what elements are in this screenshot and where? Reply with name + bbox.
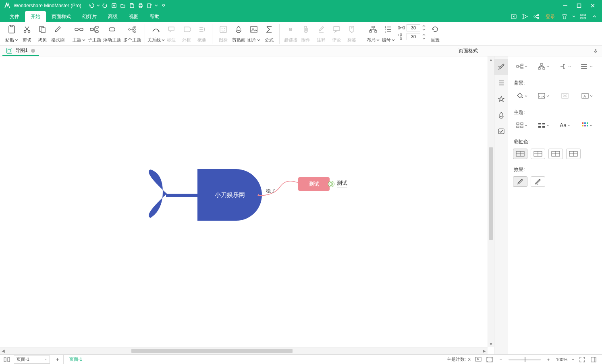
print-button[interactable] — [136, 1, 145, 10]
sidestrip-icons[interactable] — [494, 91, 508, 107]
send-icon[interactable] — [521, 13, 529, 20]
sidestrip-format[interactable] — [494, 59, 508, 75]
shirt-icon[interactable] — [561, 13, 568, 20]
numbering-button[interactable]: 123 编号 — [381, 23, 396, 42]
export-dropdown-icon[interactable] — [154, 4, 159, 7]
comment-button[interactable]: 评论 — [329, 23, 344, 42]
cut-button[interactable]: 剪切 — [19, 23, 35, 42]
collapse-ribbon-icon[interactable] — [591, 13, 598, 20]
vspacing-input[interactable]: 30 — [407, 33, 420, 40]
sidestrip-clipart[interactable] — [494, 107, 508, 123]
summary-button[interactable]: 概要 — [194, 23, 210, 42]
note-button[interactable]: 注释 — [313, 23, 329, 42]
callout-button[interactable]: 标注 — [164, 23, 179, 42]
panel-toggle-icon[interactable] — [590, 357, 597, 362]
formatpainter-button[interactable]: 格式刷 — [50, 23, 65, 42]
menu-slideshow[interactable]: 幻灯片 — [77, 11, 102, 22]
attachment-button[interactable]: 附件 — [298, 23, 313, 42]
horizontal-scrollbar[interactable]: ◀ ▶ — [0, 347, 488, 354]
redo-button[interactable] — [101, 1, 110, 10]
rainbow-swatch-1[interactable] — [513, 149, 527, 159]
mindmap-node-2[interactable]: 测试 — [298, 177, 330, 191]
scroll-left-icon[interactable]: ◀ — [0, 347, 6, 354]
menu-help[interactable]: 帮助 — [144, 11, 165, 22]
spin-arrows-icon[interactable] — [422, 33, 426, 40]
vscroll-thumb[interactable] — [489, 147, 493, 240]
fit-icon[interactable] — [486, 357, 493, 362]
copy-button[interactable]: 拷贝 — [35, 23, 50, 42]
formula-button[interactable]: 公式 — [262, 23, 277, 42]
panel-layout-2[interactable] — [535, 60, 552, 72]
reset-button[interactable]: 重置 — [428, 23, 443, 42]
add-page-button[interactable]: + — [52, 355, 64, 364]
panel-topic-style[interactable] — [513, 119, 530, 131]
boundary-button[interactable]: 外框 — [179, 23, 194, 42]
document-tab[interactable]: 导图1 — [2, 46, 39, 56]
cloud-icon[interactable] — [510, 13, 517, 20]
sidestrip-outline[interactable] — [494, 75, 508, 91]
close-tab-icon[interactable] — [31, 49, 35, 53]
rainbow-swatch-2[interactable] — [531, 149, 545, 159]
clipart-button[interactable]: 剪贴画 — [231, 23, 246, 42]
panel-bg-image[interactable] — [535, 90, 552, 102]
panel-topic-color[interactable] — [578, 119, 595, 131]
close-button[interactable] — [586, 0, 600, 11]
layout-button[interactable]: 布局 — [365, 23, 381, 42]
page-selector[interactable]: 页面-1 — [14, 356, 50, 364]
hyperlink-button[interactable]: 超链接 — [283, 23, 298, 42]
rainbow-swatch-3[interactable] — [548, 149, 563, 159]
picture-button[interactable]: 图片 — [246, 23, 262, 42]
panel-bg-watermark[interactable]: A — [578, 90, 595, 102]
zoom-in-icon[interactable]: + — [545, 357, 552, 362]
vscroll-track[interactable] — [488, 63, 494, 341]
fullscreen-icon[interactable] — [579, 357, 586, 362]
icon-button[interactable]: 图标 — [216, 23, 231, 42]
floattopic-button[interactable]: 浮动主题 — [102, 23, 122, 42]
mindmap-node-3[interactable]: 测试 — [337, 180, 347, 188]
save-button[interactable] — [127, 1, 136, 10]
canvas[interactable]: 小刀娱乐网 稳了 测试 测试 ▲ ▼ ◀ ▶ — [0, 56, 494, 354]
scroll-down-icon[interactable]: ▼ — [488, 341, 494, 347]
apps-icon[interactable] — [579, 13, 587, 20]
effect-swatch-2[interactable] — [531, 176, 545, 187]
maximize-button[interactable] — [572, 0, 586, 11]
panel-bg-remove[interactable] — [556, 90, 573, 102]
rainbow-swatch-4[interactable] — [566, 149, 581, 159]
tag-button[interactable]: 标签 — [344, 23, 359, 42]
menu-pagestyle[interactable]: 页面样式 — [46, 11, 77, 22]
hscroll-thumb[interactable] — [131, 349, 293, 353]
spin-arrows-icon[interactable] — [422, 24, 426, 31]
zoom-out-icon[interactable]: − — [497, 357, 504, 362]
export-button[interactable] — [145, 1, 154, 10]
qat-customize-icon[interactable] — [161, 4, 166, 7]
mindmap-edge-label[interactable]: 稳了 — [266, 188, 276, 194]
topic-button[interactable]: 主题 — [71, 23, 87, 42]
paste-button[interactable]: 粘贴 — [4, 23, 19, 42]
pin-icon[interactable] — [593, 49, 598, 54]
panel-topic-style2[interactable] — [535, 119, 552, 131]
login-button[interactable]: 登录 — [546, 13, 555, 20]
sidestrip-tasks[interactable] — [494, 123, 508, 139]
panel-layout-1[interactable] — [513, 60, 530, 72]
slideshow-icon[interactable] — [475, 357, 482, 362]
undo-button[interactable] — [87, 1, 96, 10]
page-list-icon[interactable] — [0, 357, 14, 362]
page-tab[interactable]: 页面-1 — [64, 355, 88, 364]
multitopic-button[interactable]: 多个主题 — [122, 23, 142, 42]
panel-layout-3[interactable] — [556, 60, 573, 72]
menu-file[interactable]: 文件 — [4, 11, 25, 22]
zoom-dropdown-icon[interactable] — [571, 358, 575, 361]
vertical-scrollbar[interactable]: ▲ ▼ — [488, 56, 494, 347]
menu-start[interactable]: 开始 — [25, 11, 46, 22]
minimize-button[interactable] — [558, 0, 572, 11]
relation-button[interactable]: 关系线 — [148, 23, 164, 42]
undo-dropdown-icon[interactable] — [96, 4, 101, 7]
effect-swatch-1[interactable] — [513, 176, 527, 187]
shirt-dropdown-icon[interactable] — [572, 15, 575, 18]
add-subtopic-button[interactable] — [328, 181, 334, 187]
panel-bg-fill[interactable] — [513, 90, 530, 102]
hspacing-input[interactable]: 30 — [407, 24, 420, 31]
subtopic-button[interactable]: 子主题 — [87, 23, 102, 42]
menu-advanced[interactable]: 高级 — [102, 11, 123, 22]
menu-view[interactable]: 视图 — [123, 11, 144, 22]
